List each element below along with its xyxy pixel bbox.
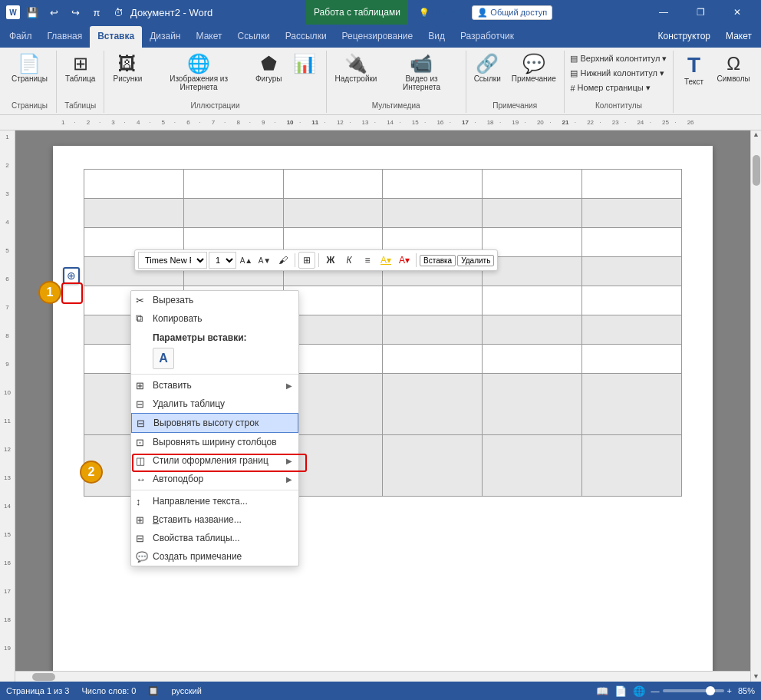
table-cell[interactable] xyxy=(483,199,582,228)
table-cell[interactable] xyxy=(383,374,483,435)
insert-table-btn[interactable]: Вставка xyxy=(420,255,456,266)
tab-insert[interactable]: Вставка xyxy=(90,26,142,48)
bold-button[interactable]: Ж xyxy=(322,252,339,269)
close-button[interactable]: ✕ xyxy=(720,0,755,25)
maximize-button[interactable]: ❐ xyxy=(683,0,718,25)
table-selector-button[interactable]: ⊕ xyxy=(63,267,80,284)
table-cell[interactable] xyxy=(483,435,582,497)
tab-developer[interactable]: Разработчик xyxy=(453,26,522,48)
table-cell[interactable] xyxy=(383,435,483,497)
table-cell[interactable] xyxy=(483,170,582,199)
table-cell[interactable] xyxy=(483,315,582,345)
tab-design[interactable]: Дизайн xyxy=(142,26,188,48)
table-cell[interactable] xyxy=(383,170,483,199)
table-cell[interactable] xyxy=(283,199,383,228)
tab-layout2[interactable]: Макет xyxy=(718,26,759,48)
v-scrollbar-thumb[interactable] xyxy=(753,155,760,186)
table-button[interactable]: ⊞ Таблица xyxy=(61,52,100,85)
view-mode-btn-read[interactable]: 📖 xyxy=(596,685,608,697)
table-cell[interactable] xyxy=(383,286,483,315)
symbols-button[interactable]: Ω Символы xyxy=(712,52,754,85)
tab-file[interactable]: Файл xyxy=(2,26,40,48)
highlight-button[interactable]: А▾ xyxy=(377,252,394,269)
ctx-equalize-cols[interactable]: ⊡ Выровнять ширину столбцов xyxy=(131,433,298,451)
ctx-paste-btn-a[interactable]: А xyxy=(153,348,174,369)
view-mode-btn-print[interactable]: 📄 xyxy=(614,685,627,697)
ctx-equalize-rows[interactable]: ⊟ Выровнять высоту строк xyxy=(131,413,298,433)
tab-references[interactable]: Ссылки xyxy=(229,26,277,48)
chart-button[interactable]: 📊 xyxy=(288,52,321,77)
online-images-button[interactable]: 🌐 Изображения из Интернета xyxy=(147,52,249,94)
italic-button[interactable]: К xyxy=(341,252,357,269)
ctx-add-comment[interactable]: 💬 Создать примечание xyxy=(131,547,298,566)
view-mode-btn-web[interactable]: 🌐 xyxy=(633,685,645,697)
table-cell[interactable] xyxy=(283,170,383,199)
table-cell[interactable] xyxy=(582,315,682,345)
ctx-delete-table[interactable]: ⊟ Удалить таблицу xyxy=(131,395,298,413)
share-button[interactable]: 👤 Общий доступ xyxy=(472,5,552,20)
page-number-button[interactable]: # Номер страницы ▾ xyxy=(567,81,670,94)
font-size-selector[interactable]: 14 xyxy=(209,252,236,269)
header-button[interactable]: ▤ Верхний колонтитул ▾ xyxy=(567,52,670,65)
table-cell[interactable] xyxy=(582,374,682,435)
h-scrollbar-thumb[interactable] xyxy=(32,673,55,681)
table-cell[interactable] xyxy=(582,257,682,286)
table-cell[interactable] xyxy=(84,199,184,228)
tab-layout[interactable]: Макет xyxy=(189,26,230,48)
ctx-autofit[interactable]: ↔ Автоподбор ▶ xyxy=(131,470,298,488)
pictures-button[interactable]: 🖼 Рисунки xyxy=(109,52,146,85)
scroll-down-button[interactable]: ▼ xyxy=(753,672,760,682)
tab-view[interactable]: Вид xyxy=(420,26,453,48)
table-cell[interactable] xyxy=(483,345,582,374)
table-grid-button[interactable]: ⊞ xyxy=(298,252,315,269)
table-cell[interactable] xyxy=(582,435,682,497)
grow-font-button[interactable]: A▲ xyxy=(238,252,255,269)
qa-undo[interactable]: ↩ xyxy=(44,3,63,21)
tab-review[interactable]: Рецензирование xyxy=(334,26,421,48)
table-cell[interactable] xyxy=(183,199,283,228)
table-cell[interactable] xyxy=(582,170,682,199)
font-color-button[interactable]: А▾ xyxy=(396,252,413,269)
ctx-copy[interactable]: ⧉ Копировать xyxy=(131,309,298,328)
comment-button[interactable]: 💬 Примечание xyxy=(507,52,561,85)
ctx-insert-caption[interactable]: ⊞ Вставить название... xyxy=(131,510,298,529)
text-button[interactable]: T Текст xyxy=(677,52,710,88)
zoom-in-button[interactable]: + xyxy=(727,686,732,695)
pages-button[interactable]: 📄 Страницы xyxy=(7,52,52,85)
ctx-insert[interactable]: ⊞ Вставить ▶ xyxy=(131,376,298,395)
table-cell[interactable] xyxy=(582,228,682,257)
help-button[interactable]: 💡 Помощь xyxy=(414,6,469,19)
ctx-table-props[interactable]: ⊟ Свойства таблицы... xyxy=(131,529,298,547)
font-selector[interactable]: Times New Rc xyxy=(138,252,207,269)
ctx-text-dir[interactable]: ↕ Направление текста... xyxy=(131,492,298,510)
qa-redo[interactable]: ↪ xyxy=(66,3,84,21)
scroll-up-button[interactable]: ▲ xyxy=(753,130,760,140)
tab-home[interactable]: Главная xyxy=(40,26,91,48)
zoom-slider[interactable] xyxy=(663,689,724,692)
table-cell[interactable] xyxy=(383,315,483,345)
shrink-font-button[interactable]: A▼ xyxy=(256,252,273,269)
align-button[interactable]: ≡ xyxy=(359,252,376,269)
delete-table-btn[interactable]: Удалить xyxy=(457,255,494,266)
zoom-out-button[interactable]: — xyxy=(651,686,660,695)
ctx-border-styles[interactable]: ◫ Стили оформления границ ▶ xyxy=(131,451,298,470)
tab-mailings[interactable]: Рассылки xyxy=(278,26,334,48)
links-button[interactable]: 🔗 Ссылки xyxy=(469,52,506,85)
table-cell[interactable] xyxy=(383,199,483,228)
ctx-cut[interactable]: ✂ Вырезать xyxy=(131,291,298,309)
table-cell[interactable] xyxy=(483,374,582,435)
footer-button[interactable]: ▤ Нижний колонтитул ▾ xyxy=(567,67,670,80)
addins-button[interactable]: 🔌 Надстройки xyxy=(331,52,381,85)
qa-clock[interactable]: ⏱ xyxy=(109,3,127,21)
horizontal-scrollbar[interactable] xyxy=(15,671,750,682)
qa-save[interactable]: 💾 xyxy=(23,3,41,21)
vertical-scrollbar[interactable]: ▲ ▼ xyxy=(750,130,761,682)
video-button[interactable]: 📹 Видео из Интернета xyxy=(382,52,460,94)
shapes-button[interactable]: ⬟ Фигуры xyxy=(252,52,286,85)
table-cell[interactable] xyxy=(84,170,184,199)
qa-pi[interactable]: π xyxy=(87,3,106,21)
format-paint-button[interactable]: 🖌 xyxy=(275,252,292,269)
table-cell[interactable] xyxy=(582,199,682,228)
table-cell[interactable] xyxy=(582,286,682,315)
table-cell[interactable] xyxy=(483,286,582,315)
